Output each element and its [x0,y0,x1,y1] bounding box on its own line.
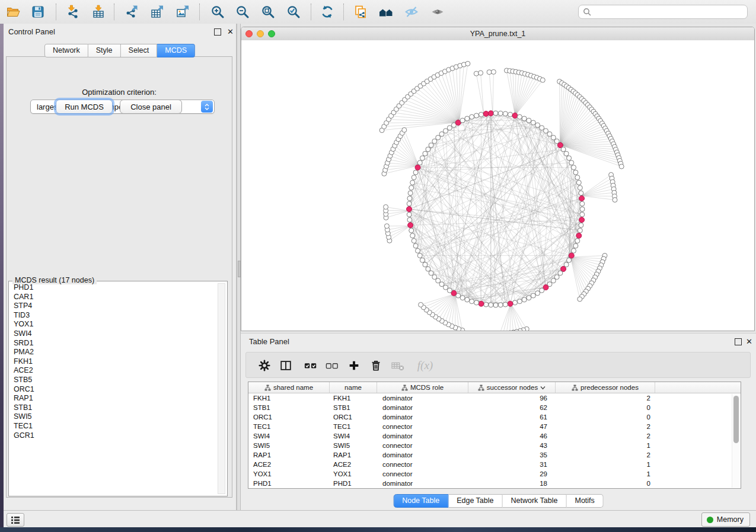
control-tab-select[interactable]: Select [121,44,158,57]
column-type-icon [478,384,484,391]
cell-predecessor-nodes: 2 [556,432,655,440]
node-table: shared namename MCDS role successor node… [248,382,741,489]
show-all-button[interactable] [426,2,449,22]
control-tab-network[interactable]: Network [44,44,88,57]
mcds-result-item[interactable]: STB5 [11,376,216,385]
control-tab-mcds[interactable]: MCDS [157,44,195,57]
zoom-in-button[interactable] [206,2,229,22]
column-header-predecessor-nodes[interactable]: predecessor nodes [556,382,655,393]
export-network-button[interactable] [120,2,143,22]
table-tab-network-table[interactable]: Network Table [503,494,567,508]
cell-mcds-role: connector [377,461,468,468]
table-tab-motifs[interactable]: Motifs [566,494,603,508]
mcds-result-item[interactable]: STP4 [11,302,216,311]
table-scrollbar-thumb[interactable] [733,396,739,443]
table-row[interactable]: SWI5SWI5connector431 [248,441,741,450]
cell-predecessor-nodes: 0 [556,414,655,421]
split-table-view-button[interactable] [277,358,294,373]
table-row[interactable]: PHD1PHD1dominator180 [248,479,741,488]
add-column-button[interactable] [346,358,362,373]
mcds-result-list[interactable]: PHD1CAR1STP4TID3YOX1SWI4SRD1PMA2FKH1ACE2… [11,283,216,494]
table-row[interactable]: STB1STB1dominator620 [248,403,741,412]
mcds-result-item[interactable]: STB1 [11,403,216,413]
column-header-successor-nodes[interactable]: successor nodes [468,382,556,393]
mcds-result-item[interactable]: SWI5 [11,412,216,422]
cell-successor-nodes: 18 [468,480,556,487]
network-canvas[interactable] [241,40,754,331]
network-graph[interactable] [241,40,754,331]
mcds-result-item[interactable]: YOX1 [11,320,216,329]
zoom-selected-icon [286,5,301,19]
zoom-out-button[interactable] [231,2,254,22]
close-panel-button[interactable]: Close panel [120,100,182,114]
column-header-shared-name[interactable]: shared name [248,382,330,393]
memory-status-dot [707,517,713,523]
mcds-result-item[interactable]: PMA2 [11,348,216,357]
mcds-result-item[interactable]: ORC1 [11,385,216,395]
first-neighbors-button[interactable] [375,2,397,22]
panel-splitter[interactable] [237,24,241,510]
import-table-button[interactable] [87,2,110,22]
toolbar-separator [311,4,311,20]
refresh-view-button[interactable] [316,2,339,22]
export-image-icon [176,5,190,19]
close-table-panel-button[interactable]: ✕ [746,339,752,345]
import-network-button[interactable] [61,2,84,22]
float-table-panel-button[interactable] [735,338,742,345]
control-tab-style[interactable]: Style [88,44,121,57]
search-input[interactable] [594,7,747,17]
table-row[interactable]: ORC1ORC1dominator610 [248,412,741,422]
column-header-mcds-role[interactable]: MCDS role [377,382,468,393]
mcds-result-item[interactable]: ACE2 [11,366,216,376]
cell-successor-nodes: 61 [468,414,556,421]
close-panel-icon-button[interactable]: ✕ [227,29,234,35]
cell-mcds-role: dominator [377,395,468,402]
select-all-columns-button[interactable] [302,358,319,373]
deselect-all-columns-button[interactable] [324,358,340,373]
zoom-fit-button[interactable] [257,2,279,22]
mcds-result-item[interactable]: CAR1 [11,293,216,302]
run-mcds-button[interactable]: Run MCDS [56,100,113,114]
zoom-selected-button[interactable] [282,2,305,22]
mcds-result-item[interactable]: TEC1 [11,422,216,431]
mcds-result-item[interactable]: GCR1 [11,431,216,441]
mcds-result-item[interactable]: FKH1 [11,357,216,367]
mcds-result-item[interactable]: PHD1 [11,283,216,293]
search-field[interactable] [578,5,748,19]
cell-shared-name: FKH1 [248,395,330,402]
clone-network-button[interactable] [349,2,372,22]
cell-mcds-role: dominator [377,480,468,487]
table-scrollbar[interactable] [732,394,740,488]
table-row[interactable]: ACE2ACE2connector311 [248,460,741,469]
list-icon [11,516,20,524]
column-header-name[interactable]: name [330,382,377,393]
hide-selected-button[interactable] [400,2,423,22]
mcds-result-item[interactable]: SRD1 [11,339,216,348]
export-table-button[interactable] [146,2,168,22]
mcds-result-item[interactable]: SWI4 [11,329,216,339]
table-row[interactable]: FKH1FKH1dominator962 [248,393,741,403]
mcds-result-item[interactable]: TID3 [11,311,216,321]
save-session-button[interactable] [27,2,49,22]
table-row[interactable]: RAP1RAP1dominator352 [248,450,741,460]
table-row[interactable]: YOX1YOX1connector291 [248,469,741,479]
delete-columns-button[interactable] [368,358,384,373]
table-panel-tabs: Node TableEdge TableNetwork TableMotifs [393,494,604,508]
table-tab-edge-table[interactable]: Edge Table [448,494,502,508]
mcds-list-scrollbar[interactable] [218,283,225,494]
task-history-button[interactable] [7,513,24,527]
table-options-button[interactable] [256,358,273,373]
network-window-titlebar[interactable]: YPA_prune.txt_1 [241,27,754,41]
table-tab-node-table[interactable]: Node Table [393,494,448,508]
memory-status-button[interactable]: Memory [701,512,750,527]
cell-name: SWI4 [330,432,377,440]
toolbar-separator [114,4,114,20]
float-panel-button[interactable] [214,28,221,36]
table-row[interactable]: SWI4SWI4dominator462 [248,431,741,441]
open-file-button[interactable] [2,2,24,22]
cell-mcds-role: dominator [377,451,468,459]
mcds-result-item[interactable]: RAP1 [11,394,216,403]
export-image-button[interactable] [171,2,194,22]
column-header-filler [655,382,741,393]
table-row[interactable]: TEC1TEC1connector472 [248,422,741,431]
